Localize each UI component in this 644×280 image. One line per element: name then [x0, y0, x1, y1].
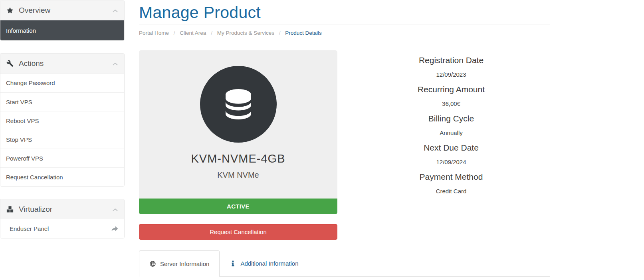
overview-panel-header[interactable]: Overview [0, 0, 124, 20]
sidebar-item-enduser-panel[interactable]: Enduser Panel [0, 219, 124, 238]
sidebar-item-request-cancellation[interactable]: Request Cancellation [0, 167, 124, 186]
status-badge: ACTIVE [139, 199, 337, 214]
breadcrumb-separator: / [279, 30, 281, 36]
product-group: KVM NVMe [139, 171, 337, 180]
billing-cycle-value: Annually [352, 126, 551, 140]
chevron-up-icon[interactable] [112, 60, 118, 66]
database-icon [219, 83, 258, 125]
virtualizor-panel-title: Virtualizor [19, 205, 52, 214]
actions-panel: Actions Change Password Start VPS Reboot… [0, 53, 125, 187]
share-icon [111, 225, 119, 232]
sidebar-item-reboot-vps[interactable]: Reboot VPS [0, 111, 124, 130]
title-divider [139, 24, 550, 24]
tab-additional-information[interactable]: Additional Information [220, 250, 308, 276]
payment-method-value: Credit Card [352, 184, 551, 199]
request-cancellation-button[interactable]: Request Cancellation [139, 224, 337, 240]
tab-bar: Server Information Additional Informatio… [139, 250, 550, 277]
virtualizor-panel-header[interactable]: Virtualizor [0, 199, 124, 219]
recurring-amount-value: 36,00€ [352, 97, 551, 111]
sidebar-item-stop-vps[interactable]: Stop VPS [0, 130, 124, 149]
payment-method-label: Payment Method [352, 169, 551, 184]
billing-cycle-label: Billing Cycle [352, 111, 551, 126]
actions-panel-title: Actions [19, 59, 44, 68]
sidebar-item-poweroff-vps[interactable]: Poweroff VPS [0, 149, 124, 167]
product-details: Registration Date 12/09/2023 Recurring A… [352, 53, 551, 199]
actions-panel-header[interactable]: Actions [0, 54, 124, 73]
sidebar-item-change-password[interactable]: Change Password [0, 73, 124, 92]
breadcrumb-separator: / [174, 30, 175, 36]
main-content: Manage Product Portal Home / Client Area… [139, 0, 550, 280]
wrench-icon [6, 60, 14, 67]
product-card-body: KVM-NVME-4GB KVM NVMe [139, 50, 337, 199]
registration-date-label: Registration Date [352, 53, 551, 68]
next-due-date-value: 12/09/2024 [352, 155, 551, 169]
next-due-date-label: Next Due Date [352, 140, 551, 155]
breadcrumb-separator: / [211, 30, 212, 36]
product-name: KVM-NVME-4GB [139, 152, 337, 165]
breadcrumb-product-details[interactable]: Product Details [285, 30, 322, 36]
virtualizor-panel: Virtualizor Enduser Panel [0, 199, 125, 238]
chevron-up-icon[interactable] [112, 7, 118, 13]
sidebar: Overview Information Actions Change Pass… [0, 0, 125, 238]
globe-icon [149, 260, 156, 267]
overview-panel: Overview Information [0, 0, 125, 41]
page-title: Manage Product [139, 0, 550, 23]
info-icon [230, 260, 236, 267]
product-icon-circle [200, 66, 277, 143]
chevron-up-icon[interactable] [112, 206, 118, 212]
product-card: KVM-NVME-4GB KVM NVMe ACTIVE [139, 50, 337, 214]
breadcrumb-my-products[interactable]: My Products & Services [217, 30, 274, 36]
registration-date-value: 12/09/2023 [352, 68, 551, 82]
breadcrumb: Portal Home / Client Area / My Products … [139, 30, 550, 36]
star-icon [6, 7, 14, 14]
breadcrumb-portal-home[interactable]: Portal Home [139, 30, 169, 36]
breadcrumb-client-area[interactable]: Client Area [180, 30, 206, 36]
overview-panel-title: Overview [19, 6, 50, 15]
sidebar-item-start-vps[interactable]: Start VPS [0, 92, 124, 111]
sidebar-item-information[interactable]: Information [0, 20, 124, 40]
recurring-amount-label: Recurring Amount [352, 82, 551, 97]
tab-server-information[interactable]: Server Information [139, 250, 220, 277]
cubes-icon [6, 206, 14, 213]
